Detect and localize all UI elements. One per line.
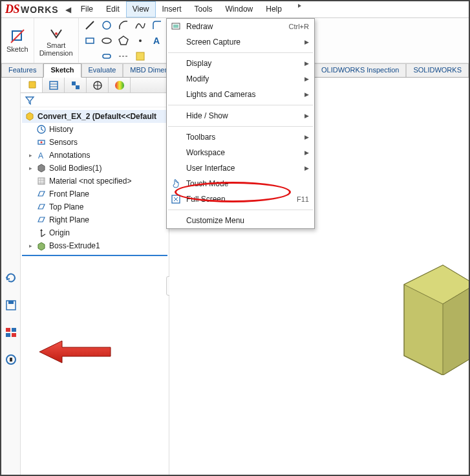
- svg-rect-19: [50, 81, 58, 89]
- polygon-tool-icon[interactable]: [118, 35, 129, 47]
- svg-point-4: [102, 38, 111, 43]
- plane-icon: [36, 189, 47, 199]
- tab-features[interactable]: Features: [1, 63, 43, 77]
- rect-tool-icon[interactable]: [84, 35, 96, 47]
- history-back-button[interactable]: ◀: [63, 5, 74, 14]
- spline-tool-icon[interactable]: [134, 19, 146, 31]
- view-menu-dropdown: Redraw Ctrl+R Screen Capture ▶ Display ▶…: [166, 18, 315, 229]
- svg-rect-14: [6, 333, 10, 337]
- menu-user-interface[interactable]: User Interface ▶: [167, 160, 314, 176]
- svg-rect-21: [76, 85, 80, 89]
- svg-rect-15: [12, 333, 16, 337]
- line-tool-icon[interactable]: [84, 19, 96, 31]
- tree-boss-extrude[interactable]: Boss-Extrude1: [49, 241, 100, 250]
- submenu-arrow-icon: ▶: [304, 134, 309, 140]
- tab-evaluate[interactable]: Evaluate: [81, 63, 123, 77]
- svg-point-2: [103, 21, 111, 29]
- pin-menu-icon[interactable]: [294, 1, 301, 17]
- submenu-arrow-icon: ▶: [304, 165, 309, 171]
- svg-text:A: A: [38, 151, 43, 160]
- tree-tab-display-manager[interactable]: [109, 78, 131, 92]
- tree-tab-feature-manager[interactable]: [21, 78, 43, 92]
- tree-solid-bodies[interactable]: Solid Bodies(1): [49, 164, 101, 173]
- material-icon: [36, 176, 47, 186]
- feature-tree-panel: Convert_EX_2 (Default<<Default ▸History …: [21, 78, 169, 475]
- tree-tab-property-manager[interactable]: [43, 78, 65, 92]
- sensors-icon: [36, 137, 47, 147]
- svg-rect-3: [86, 38, 94, 43]
- left-task-rail: [1, 78, 21, 475]
- point-tool-icon[interactable]: [134, 35, 146, 47]
- slot-tool-icon[interactable]: [101, 50, 112, 62]
- tree-history[interactable]: History: [49, 125, 73, 134]
- menu-view[interactable]: View: [126, 1, 156, 17]
- filter-icon[interactable]: [25, 95, 35, 105]
- svg-text:A: A: [153, 36, 160, 46]
- tree-sensors[interactable]: Sensors: [49, 138, 78, 147]
- menu-touch-mode[interactable]: Touch Mode: [167, 176, 314, 191]
- circle-tool-icon[interactable]: [101, 19, 112, 31]
- svg-rect-9: [136, 52, 144, 60]
- tree-material[interactable]: Material <not specified>: [49, 177, 131, 186]
- submenu-arrow-icon: ▶: [304, 60, 309, 67]
- menu-workspace[interactable]: Workspace ▶: [167, 145, 314, 160]
- sketch-button[interactable]: Sketch: [6, 28, 28, 53]
- submenu-arrow-icon: ▶: [304, 76, 309, 82]
- menu-display[interactable]: Display ▶: [167, 56, 314, 71]
- menu-insert[interactable]: Insert: [156, 1, 188, 17]
- menu-redraw[interactable]: Redraw Ctrl+R: [167, 19, 314, 34]
- lock-icon[interactable]: [5, 353, 17, 366]
- svg-rect-20: [72, 81, 76, 85]
- tree-tab-configuration-manager[interactable]: [65, 78, 87, 92]
- tree-root-label: Convert_EX_2 (Default<<Default: [37, 112, 156, 121]
- menu-modify[interactable]: Modify ▶: [167, 71, 314, 87]
- svg-point-23: [115, 81, 124, 90]
- save-icon[interactable]: [5, 299, 17, 312]
- menu-lights-cameras[interactable]: Lights and Cameras ▶: [167, 87, 314, 102]
- history-icon: [36, 124, 47, 135]
- menu-full-screen[interactable]: Full Screen F11: [167, 191, 314, 207]
- submenu-arrow-icon: ▶: [304, 113, 309, 119]
- configs-icon[interactable]: [5, 326, 17, 339]
- tree-root[interactable]: Convert_EX_2 (Default<<Default: [22, 110, 167, 123]
- rebuild-icon[interactable]: [5, 272, 17, 285]
- fillet-tool-icon[interactable]: [151, 19, 163, 31]
- redraw-icon: [169, 20, 182, 33]
- logo-works: WORKS: [21, 5, 59, 15]
- centerline-tool-icon[interactable]: [118, 50, 129, 62]
- sketch-label: Sketch: [6, 45, 28, 53]
- tab-sketch[interactable]: Sketch: [43, 63, 81, 78]
- plane-tool-icon[interactable]: [134, 50, 146, 62]
- text-tool-icon[interactable]: A: [151, 35, 163, 47]
- tree-right-plane[interactable]: Right Plane: [49, 215, 89, 224]
- menu-file[interactable]: File: [74, 1, 100, 17]
- tree-origin[interactable]: Origin: [49, 228, 70, 237]
- arc-tool-icon[interactable]: [118, 19, 129, 31]
- svg-rect-12: [6, 328, 10, 332]
- tree-top-plane[interactable]: Top Plane: [49, 202, 83, 211]
- tree-front-plane[interactable]: Front Plane: [49, 189, 89, 199]
- svg-marker-29: [38, 164, 45, 172]
- smart-dimension-button[interactable]: Smart Dimension: [39, 25, 73, 57]
- feature-tree[interactable]: Convert_EX_2 (Default<<Default ▸History …: [21, 107, 169, 256]
- ellipse-tool-icon[interactable]: [101, 35, 112, 47]
- svg-rect-30: [38, 178, 45, 184]
- menu-toolbars[interactable]: Toolbars ▶: [167, 129, 314, 145]
- svg-marker-31: [38, 243, 45, 250]
- plane-icon: [36, 215, 47, 225]
- fullscreen-icon: [169, 193, 182, 206]
- menu-edit[interactable]: Edit: [100, 1, 126, 17]
- tab-solidworks[interactable]: SOLIDWORKS: [406, 63, 469, 77]
- menu-tools[interactable]: Tools: [188, 1, 219, 17]
- menu-window[interactable]: Window: [219, 1, 260, 17]
- tree-tab-dimxpert[interactable]: [87, 78, 109, 92]
- menu-customize[interactable]: Customize Menu: [167, 213, 314, 228]
- app-logo: DS SOLID WORKS: [1, 3, 63, 16]
- tree-annotations[interactable]: Annotations: [49, 151, 90, 160]
- menu-screen-capture[interactable]: Screen Capture ▶: [167, 34, 314, 50]
- svg-marker-18: [29, 81, 36, 88]
- menu-hide-show[interactable]: Hide / Show ▶: [167, 108, 314, 124]
- tab-inspection[interactable]: OLIDWORKS Inspection: [314, 63, 406, 77]
- svg-marker-5: [119, 36, 128, 45]
- menu-help[interactable]: Help: [259, 1, 288, 17]
